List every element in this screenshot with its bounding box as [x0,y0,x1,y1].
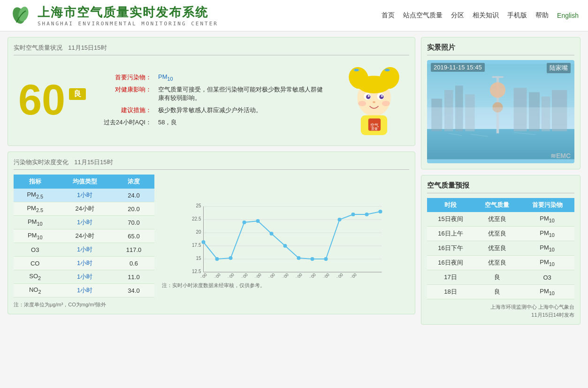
health-value: 空气质量可接受，但某些污染物可能对极少数异常敏感人群健康有较弱影响。 [155,84,328,104]
forecast-period: 16日上午 [427,227,474,241]
svg-text:12:00: 12:00 [333,272,344,278]
table-row: PM2.51小时24.0 [14,189,154,202]
cartoon-character: 空气 质量 [344,65,405,135]
forecast-col-quality: 空气质量 [474,198,520,212]
photo-title: 实景照片 [427,43,574,55]
forecast-source: 上海市环境监测中心 上海中心气象台 11月15日14时发布 [427,303,574,319]
cell-type: 1小时 [56,216,113,229]
advice-value: 极少数异常敏感人群应减少户外活动。 [155,105,328,116]
svg-point-36 [215,257,219,261]
cell-type: 1小时 [56,270,113,284]
forecast-quality: 优至良 [474,241,520,256]
nav-stations[interactable]: 站点空气质量 [403,11,443,20]
svg-text:12.5: 12.5 [192,269,201,274]
svg-text:22:00: 22:00 [238,272,249,278]
svg-text:20:00: 20:00 [224,272,235,278]
primary-pollutant-label: 首要污染物： [101,72,154,83]
svg-rect-75 [427,107,574,129]
table-row: O31小时117.0 [14,243,154,257]
main-content: 实时空气质量状况 11月15日15时 60 良 首要污染物： PM10 [0,31,588,330]
svg-point-35 [202,240,206,244]
chart-note: 注：实时小时浓度数据未经审核，仅供参考。 [162,282,409,289]
cell-value: 65.0 [113,229,154,243]
pollution-table-container: 指标 均值类型 浓度 PM2.51小时24.0PM2.524小时20.0PM10… [14,175,154,308]
table-note: 注：浓度单位为μg/m³，CO为mg/m³除外 [14,301,154,308]
svg-text:10:00: 10:00 [320,272,330,278]
forecast-period: 17日 [427,270,474,285]
photo-timestamp: 2019-11-15 15:45 [431,63,485,72]
cell-value: 24.0 [113,189,154,202]
photo-location: 陆家嘴 [547,63,571,73]
cell-type: 1小时 [56,243,113,257]
cell-index: CO [14,257,56,270]
svg-point-16 [382,101,390,106]
forecast-quality: 优至良 [474,256,520,270]
forecast-title: 空气质量预报 [427,181,574,193]
svg-point-37 [229,256,233,260]
nav-home[interactable]: 首页 [382,11,395,20]
cell-index: O3 [14,243,56,257]
cell-index: PM2.5 [14,202,56,216]
svg-point-15 [358,101,366,106]
advice-label: 建议措施： [101,105,154,116]
forecast-quality: 优至良 [474,212,520,227]
cell-index: PM10 [14,216,56,229]
cell-type: 1小时 [56,257,113,270]
pollution-data-table: 指标 均值类型 浓度 PM2.51小时24.0PM2.524小时20.0PM10… [14,175,154,297]
cell-index: NO2 [14,284,56,297]
forecast-quality: 优至良 [474,227,520,241]
logo-area: 上海市空气质量实时发布系统 SHANGHAI ENVIRONMENTAL MON… [9,4,218,27]
city-photo [427,60,574,163]
forecast-row: 16日下午优至良PM10 [427,241,574,256]
svg-point-43 [311,257,314,261]
photo-box: 2019-11-15 15:45 陆家嘴 ≋EMC [427,60,574,163]
nav-help[interactable]: 帮助 [535,11,549,20]
svg-point-47 [365,213,369,216]
forecast-period: 16日夜间 [427,256,474,270]
svg-point-45 [338,218,342,221]
header: 上海市空气质量实时发布系统 SHANGHAI ENVIRONMENTAL MON… [0,0,588,31]
table-row: PM1024小时65.0 [14,229,154,243]
primary-pollutant-value: PM10 [155,72,328,83]
nav-district[interactable]: 分区 [451,11,464,20]
col-type: 均值类型 [56,175,113,189]
svg-point-42 [297,256,301,260]
main-nav: 首页 站点空气质量 分区 相关知识 手机版 帮助 English [382,11,579,20]
forecast-row: 17日良O3 [427,270,574,285]
svg-text:20: 20 [196,229,201,235]
forecast-col-pollutant: 首要污染物 [520,198,574,212]
svg-text:18:00: 18:00 [211,272,221,278]
realtime-panel: 实时空气质量状况 11月15日15时 60 良 首要污染物： PM10 [8,37,415,146]
svg-text:质量: 质量 [371,127,378,130]
col-index: 指标 [14,175,56,189]
table-row: SO21小时11.0 [14,270,154,284]
forecast-table: 时段 空气质量 首要污染物 15日夜间优至良PM1016日上午优至良PM1016… [427,198,574,299]
forecast-quality: 良 [474,270,520,285]
cell-index: SO2 [14,270,56,284]
svg-point-44 [324,257,328,261]
svg-point-39 [256,219,260,223]
svg-point-13 [381,95,383,97]
svg-point-5 [385,68,389,71]
table-row: NO21小时34.0 [14,284,154,297]
cell-value: 117.0 [113,243,154,257]
svg-point-14 [373,101,375,103]
aqi-value: 60 [18,79,65,121]
cell-type: 24小时 [56,229,113,243]
aqi-details: 首要污染物： PM10 对健康影响： 空气质量可接受，但某些污染物可能对极少数异… [100,71,329,129]
nav-mobile[interactable]: 手机版 [507,11,527,20]
cell-index: PM2.5 [14,189,56,202]
cell-index: PM10 [14,229,56,243]
svg-text:14:00: 14:00 [347,272,358,278]
forecast-period: 16日下午 [427,241,474,256]
col-value: 浓度 [113,175,154,189]
forecast-row: 18日良PM10 [427,285,574,299]
nav-english[interactable]: English [557,12,579,19]
cell-type: 1小时 [56,189,113,202]
forecast-col-period: 时段 [427,198,474,212]
photo-watermark: ≋EMC [550,152,571,160]
site-title: 上海市空气质量实时发布系统 [38,4,218,21]
nav-knowledge[interactable]: 相关知识 [473,11,499,20]
svg-rect-70 [492,76,504,78]
past24-label: 过去24小时AQI： [101,117,154,128]
